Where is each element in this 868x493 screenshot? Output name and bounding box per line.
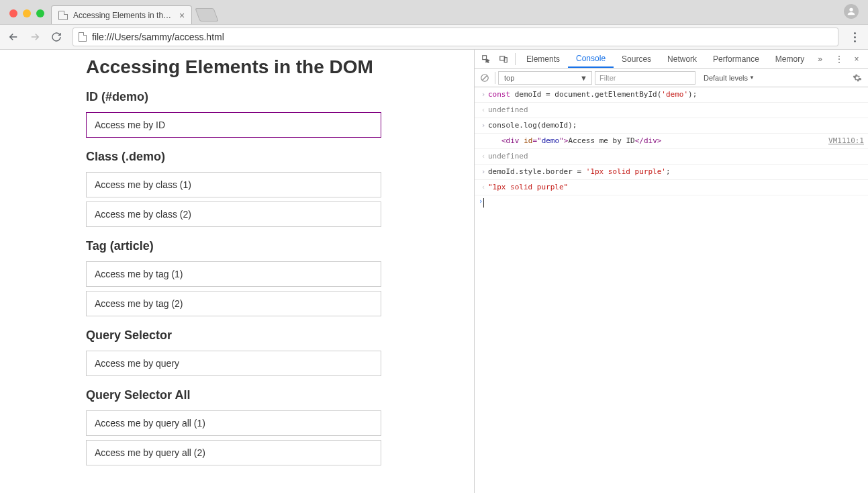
console-output[interactable]: › const demoId = document.getElementById… <box>475 87 868 493</box>
console-log-line: <div id="demo">Access me by ID</div> VM1… <box>475 134 868 149</box>
section-heading: Query Selector All <box>86 388 474 402</box>
console-output-line: ‹ undefined <box>475 149 868 165</box>
page-content: Accessing Elements in the DOM ID (#demo)… <box>0 50 474 493</box>
close-devtools-button[interactable]: × <box>848 54 865 64</box>
svg-point-0 <box>849 8 853 11</box>
dropdown-icon: ▼ <box>580 74 587 82</box>
demo-box: Access me by tag (2) <box>86 291 381 316</box>
devtools-panel: ElementsConsoleSourcesNetworkPerformance… <box>474 50 868 493</box>
url-input[interactable]: file:///Users/sammy/access.html <box>73 28 838 46</box>
reload-button[interactable] <box>47 28 66 46</box>
devtools-tab-sources[interactable]: Sources <box>614 50 659 68</box>
devtools-tab-console[interactable]: Console <box>568 50 614 68</box>
demo-box: Access me by ID <box>86 112 381 138</box>
cursor <box>483 198 484 208</box>
page-title: Accessing Elements in the DOM <box>86 56 474 78</box>
levels-label: Default levels <box>704 74 748 82</box>
output-marker-icon: ‹ <box>479 150 488 163</box>
console-settings-button[interactable] <box>849 73 865 83</box>
inspect-element-icon[interactable] <box>477 54 495 64</box>
input-marker-icon: › <box>479 120 488 132</box>
dropdown-icon: ▼ <box>749 75 755 81</box>
output-marker-icon: ‹ <box>479 181 488 193</box>
console-prompt[interactable]: › <box>475 195 868 209</box>
address-bar: file:///Users/sammy/access.html <box>0 24 868 50</box>
browser-menu-button[interactable] <box>845 32 864 42</box>
close-tab-button[interactable]: × <box>179 10 185 21</box>
console-output-line: ‹ undefined <box>475 103 868 118</box>
console-input-line: › console.log(demoId); <box>475 118 868 134</box>
tab-title: Accessing Elements in the DOM <box>73 11 174 20</box>
window-controls <box>9 9 44 17</box>
filter-placeholder: Filter <box>599 74 616 82</box>
source-link[interactable]: VM1110:1 <box>822 135 864 147</box>
demo-box: Access me by query all (1) <box>86 410 381 436</box>
devtools-tab-elements[interactable]: Elements <box>518 50 568 68</box>
forward-button[interactable] <box>26 28 44 46</box>
devtools-tab-performance[interactable]: Performance <box>705 50 767 68</box>
minimize-window-button[interactable] <box>23 9 31 17</box>
demo-box: Access me by query all (2) <box>86 440 381 465</box>
profile-button[interactable] <box>844 4 859 19</box>
context-value: top <box>504 74 514 82</box>
log-levels-selector[interactable]: Default levels ▼ <box>698 74 760 82</box>
input-marker-icon: › <box>479 89 488 101</box>
demo-box: Access me by query <box>86 351 381 376</box>
tab-bar: Accessing Elements in the DOM × <box>0 0 868 24</box>
maximize-window-button[interactable] <box>36 9 44 17</box>
browser-chrome: Accessing Elements in the DOM × file:///… <box>0 0 868 50</box>
section-heading: Class (.demo) <box>86 150 474 164</box>
section-heading: Query Selector <box>86 328 474 343</box>
context-selector[interactable]: top ▼ <box>498 71 592 85</box>
section-heading: Tag (article) <box>86 239 474 253</box>
clear-console-button[interactable] <box>477 73 492 83</box>
console-input-line: › const demoId = document.getElementById… <box>475 87 868 103</box>
device-toggle-icon[interactable] <box>495 54 512 64</box>
devtools-tab-network[interactable]: Network <box>659 50 705 68</box>
prompt-marker-icon: › <box>479 197 483 208</box>
section-heading: ID (#demo) <box>86 90 474 104</box>
demo-box: Access me by class (2) <box>86 201 381 227</box>
devtools-menu-button[interactable]: ⋮ <box>830 54 848 64</box>
browser-tab[interactable]: Accessing Elements in the DOM × <box>51 5 192 24</box>
page-icon <box>58 11 68 20</box>
output-marker-icon: ‹ <box>479 104 488 116</box>
console-toolbar: top ▼ Filter Default levels ▼ <box>475 69 868 87</box>
new-tab-button[interactable] <box>195 8 219 21</box>
url-text: file:///Users/sammy/access.html <box>92 32 224 42</box>
input-marker-icon: › <box>479 166 488 178</box>
demo-box: Access me by class (1) <box>86 172 381 197</box>
console-input-line: › demoId.style.border = '1px solid purpl… <box>475 165 868 180</box>
close-window-button[interactable] <box>9 9 17 17</box>
more-tabs-button[interactable]: » <box>812 54 828 64</box>
devtools-tab-memory[interactable]: Memory <box>767 50 812 68</box>
demo-box: Access me by tag (1) <box>86 261 381 287</box>
devtools-tabs: ElementsConsoleSourcesNetworkPerformance… <box>475 50 868 69</box>
file-icon <box>79 32 87 42</box>
back-button[interactable] <box>4 28 23 46</box>
filter-input[interactable]: Filter <box>595 71 695 85</box>
console-output-line: ‹ "1px solid purple" <box>475 180 868 195</box>
